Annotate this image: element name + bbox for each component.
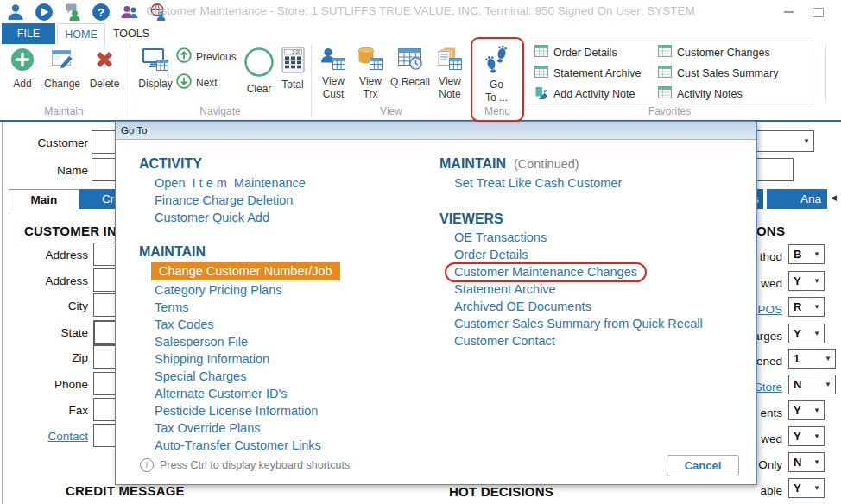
delete-button[interactable]: Delete (85, 47, 124, 90)
group-label-maintain: Maintain (0, 105, 128, 117)
maintain-continued-header: MAINTAIN (Continued) (439, 156, 579, 172)
ribbon-divider (130, 45, 130, 117)
tab-tools[interactable]: TOOLS (107, 23, 155, 44)
favorite-add-activity-note[interactable]: Add Activity Note (534, 86, 635, 102)
tab-scroll-left-icon[interactable]: ◀ (831, 193, 837, 202)
view-trx-button[interactable]: View Trx (353, 47, 388, 100)
customer-label: Customer (16, 136, 88, 149)
table-icon (658, 86, 672, 102)
menu-item-customer-sales-summary-from-quick-recall[interactable]: Customer Sales Summary from Quick Recall (454, 317, 703, 331)
method-select[interactable]: B▼ (788, 244, 825, 264)
ribbon-divider (311, 45, 312, 117)
store-select[interactable]: N▼ (788, 375, 836, 394)
delete-icon (92, 47, 117, 76)
menu-item-statement-archive[interactable]: Statement Archive (454, 282, 556, 296)
taxable-select[interactable]: Y▼ (788, 478, 825, 498)
menu-item-customer-contact[interactable]: Customer Contact (454, 334, 555, 348)
favorite-activity-notes[interactable]: Activity Notes (658, 86, 743, 102)
form-tab-analysis[interactable]: Ana (767, 189, 827, 209)
view-note-button[interactable]: View Note (432, 47, 468, 100)
pos-select[interactable]: R▼ (788, 297, 825, 317)
chevron-down-icon: ▼ (825, 381, 832, 388)
group-label-menu: Menu (473, 105, 522, 117)
address2-label: Address (10, 274, 88, 287)
display-button[interactable]: Display (134, 47, 177, 90)
total-icon: 0,00 (281, 47, 305, 77)
allowed2-select[interactable]: Y▼ (788, 426, 825, 446)
tab-home[interactable]: HOME (57, 23, 105, 45)
go-to-dialog: Go To ACTIVITY Open I t e m Maintenance … (115, 121, 757, 485)
dialog-footer: i Press Ctrl to display keyboard shortcu… (140, 458, 350, 472)
credit-message-heading: CREDIT MESSAGE (66, 483, 185, 498)
chevron-down-icon: ▼ (813, 406, 820, 414)
zip-label: Zip (10, 351, 88, 364)
svg-text:0,00: 0,00 (292, 50, 300, 54)
cancel-button[interactable]: Cancel (667, 455, 739, 476)
menu-item-finance-charge-deletion[interactable]: Finance Charge Deletion (155, 193, 293, 207)
menu-item-open-item-maintenance[interactable]: Open I t e m Maintenance (155, 176, 306, 190)
statements-select[interactable]: Y▼ (788, 400, 825, 420)
group-label-navigate: Navigate (131, 105, 309, 117)
chevron-down-icon: ▼ (825, 355, 832, 362)
menu-item-salesperson-file[interactable]: Salesperson File (155, 335, 248, 349)
menu-item-alternate-customer-ids[interactable]: Alternate Customer ID's (155, 387, 287, 400)
menu-item-tax-codes[interactable]: Tax Codes (155, 318, 214, 331)
menu-item-special-charges[interactable]: Special Charges (155, 369, 246, 383)
chevron-down-icon: ▼ (813, 277, 820, 285)
opened-select[interactable]: 1▼ (788, 349, 836, 369)
table-clock-icon (397, 47, 423, 74)
menu-item-category-pricing-plans[interactable]: Category Pricing Plans (155, 283, 282, 297)
footprints-icon (484, 45, 509, 78)
menu-item-tax-override-plans[interactable]: Tax Override Plans (155, 421, 261, 435)
favorite-cust-sales-summary[interactable]: Cust Sales Summary (658, 66, 778, 81)
add-note-arrow-icon (534, 86, 548, 103)
menu-item-customer-quick-add[interactable]: Customer Quick Add (155, 211, 269, 224)
database-icon (357, 47, 383, 74)
minimize-button[interactable] (775, 3, 801, 21)
clear-button[interactable]: Clear (241, 47, 277, 95)
customer-information-heading: CUSTOMER IN (24, 224, 117, 238)
chevron-down-icon: ▼ (813, 330, 820, 337)
table-icon (534, 45, 548, 60)
qrecall-button[interactable]: Q.Recall (388, 47, 433, 88)
contact-link[interactable]: Contact (10, 430, 88, 443)
chevron-down-icon: ▼ (813, 250, 820, 258)
table-icon (658, 45, 672, 60)
allowed-select[interactable]: Y▼ (788, 271, 825, 291)
favorite-customer-changes[interactable]: Customer Changes (658, 45, 770, 60)
footer-text: Press Ctrl to display keyboard shortcuts (160, 459, 350, 471)
form-tab-main[interactable]: Main (9, 189, 79, 211)
only-select[interactable]: N▼ (788, 452, 825, 472)
menu-item-change-customer-number-job[interactable]: Change Customer Number/Job (151, 262, 340, 280)
chevron-down-icon: ▼ (803, 137, 810, 145)
menu-item-oe-transactions[interactable]: OE Transactions (454, 230, 547, 244)
continued-suffix: (Continued) (514, 157, 579, 171)
menu-item-archived-oe-documents[interactable]: Archived OE Documents (454, 299, 591, 313)
view-cust-button[interactable]: View Cust (314, 47, 352, 100)
menu-item-shipping-information[interactable]: Shipping Information (155, 352, 269, 366)
menu-item-auto-transfer-customer-links[interactable]: Auto-Transfer Customer Links (155, 438, 321, 452)
tab-file[interactable]: FILE (2, 23, 55, 44)
menu-item-pesticide-license-information[interactable]: Pesticide License Information (155, 404, 318, 418)
name-label: Name (16, 164, 88, 177)
menu-item-terms[interactable]: Terms (155, 300, 188, 314)
menu-item-order-details[interactable]: Order Details (454, 248, 528, 261)
charges-select[interactable]: Y▼ (788, 324, 825, 343)
change-button[interactable]: Change (41, 47, 83, 90)
menu-item-customer-maintenance-changes[interactable]: Customer Maintenance Changes (445, 262, 647, 282)
next-button[interactable]: Next (176, 73, 218, 92)
maximize-button[interactable] (805, 3, 831, 21)
add-icon (9, 47, 35, 76)
favorite-order-details[interactable]: Order Details (534, 45, 617, 60)
total-button[interactable]: 0,00 Total (276, 47, 309, 91)
previous-button[interactable]: Previous (176, 47, 237, 66)
add-button[interactable]: Add (5, 47, 40, 90)
viewers-header: VIEWERS (439, 211, 503, 227)
menu-item-set-treat-like-cash-customer[interactable]: Set Treat Like Cash Customer (454, 176, 622, 190)
go-to-button[interactable]: Go To ... (476, 45, 517, 104)
chevron-down-icon: ▼ (813, 458, 820, 466)
chevron-down-icon: ▼ (813, 484, 820, 492)
phone-label: Phone (10, 378, 88, 391)
favorite-statement-archive[interactable]: Statement Archive (534, 66, 641, 81)
table-icon (534, 66, 548, 81)
